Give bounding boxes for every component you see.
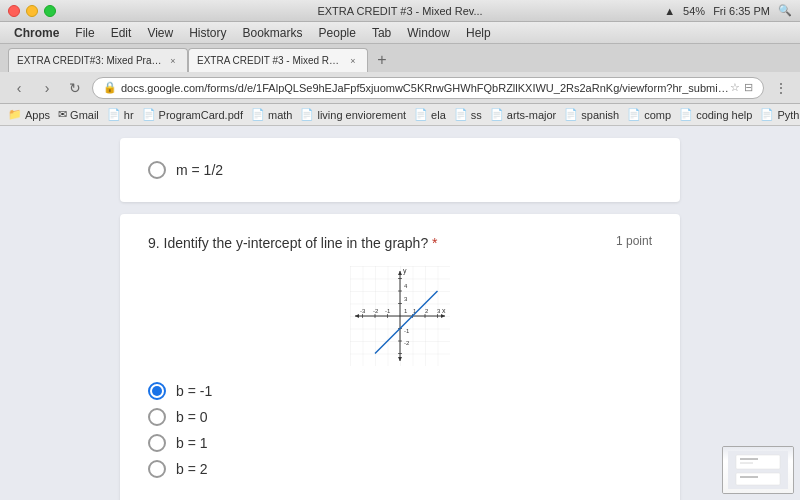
svg-text:-2: -2 [404,340,410,346]
bookmark-ela[interactable]: 📄 ela [414,108,446,121]
tab-1-close[interactable]: × [167,55,179,67]
question9-text: 9. Identify the y-intercept of line in t… [148,234,438,254]
question9-header: 9. Identify the y-intercept of line in t… [148,234,652,254]
refresh-button[interactable]: ↻ [64,77,86,99]
answer9-label4: b = 2 [176,461,208,477]
menu-file[interactable]: File [69,26,100,40]
menu-tab[interactable]: Tab [366,26,397,40]
radio9-1[interactable] [148,382,166,400]
reader-icon[interactable]: ⊟ [744,81,753,94]
forward-button[interactable]: › [36,77,58,99]
mini-thumbnail [722,446,794,494]
mini-thumb-svg [728,451,788,489]
bookmark-ss[interactable]: 📄 ss [454,108,482,121]
bookmark-apps[interactable]: 📁 Apps [8,108,50,121]
tab-1-label: EXTRA CREDIT#3: Mixed Prac... [17,55,162,66]
radio9-2[interactable] [148,408,166,426]
bookmark-pythagorean[interactable]: 📄 Pythagorean Theo... [760,108,800,121]
question9-number: 9. [148,235,160,251]
traffic-lights [8,5,56,17]
answer9-label3: b = 1 [176,435,208,451]
address-bar-row: ‹ › ↻ 🔒 docs.google.com/forms/d/e/1FAlpQ… [0,72,800,104]
battery-level: 54% [683,5,705,17]
star-icon[interactable]: ☆ [730,81,740,94]
question9-card: 9. Identify the y-intercept of line in t… [120,214,680,500]
bookmark-comp[interactable]: 📄 comp [627,108,671,121]
menu-view[interactable]: View [141,26,179,40]
answer9-option2[interactable]: b = 0 [148,408,652,426]
menu-chrome[interactable]: Chrome [8,26,65,40]
titlebar-right: ▲ 54% Fri 6:35 PM 🔍 [664,4,792,17]
lock-icon: 🔒 [103,81,117,94]
address-bar-icons: ☆ ⊟ [730,81,753,94]
extensions-button[interactable]: ⋮ [770,77,792,99]
menu-help[interactable]: Help [460,26,497,40]
menu-bar: Chrome File Edit View History Bookmarks … [0,22,800,44]
svg-text:y: y [403,267,407,275]
svg-text:-2: -2 [373,308,379,314]
tab-2-close[interactable]: × [347,55,359,67]
answer9-label1: b = -1 [176,383,212,399]
maximize-button[interactable] [44,5,56,17]
radio9-3[interactable] [148,434,166,452]
bookmark-coding[interactable]: 📄 coding help [679,108,752,121]
bookmark-math[interactable]: 📄 math [251,108,292,121]
graph9-svg: 4 3 1 -1 -2 -3 -2 -1 1 2 3 x y [350,266,450,366]
bookmark-programcard[interactable]: 📄 ProgramCard.pdf [142,108,243,121]
svg-text:-1: -1 [385,308,391,314]
answer9-option1[interactable]: b = -1 [148,382,652,400]
question9-required: * [432,235,437,251]
close-button[interactable] [8,5,20,17]
new-tab-button[interactable]: + [372,50,392,70]
tab-1[interactable]: EXTRA CREDIT#3: Mixed Prac... × [8,48,188,72]
url-text: docs.google.com/forms/d/e/1FAlpQLSe9hEJa… [121,82,730,94]
menu-window[interactable]: Window [401,26,456,40]
bookmark-living[interactable]: 📄 living enviorement [300,108,406,121]
wifi-icon: ▲ [664,5,675,17]
radio-partial[interactable] [148,161,166,179]
partial-answer-label: m = 1/2 [176,162,223,178]
svg-text:x: x [442,307,446,314]
svg-text:-1: -1 [404,328,410,334]
tab-2-label: EXTRA CREDIT #3 - Mixed Rev... [197,55,342,66]
titlebar: EXTRA CREDIT #3 - Mixed Rev... ▲ 54% Fri… [0,0,800,22]
back-button[interactable]: ‹ [8,77,30,99]
tab-2[interactable]: EXTRA CREDIT #3 - Mixed Rev... × [188,48,368,72]
menu-people[interactable]: People [313,26,362,40]
question9-points: 1 point [616,234,652,248]
bookmark-arts[interactable]: 📄 arts-major [490,108,557,121]
clock: Fri 6:35 PM [713,5,770,17]
mini-thumb-content [723,447,793,493]
question9-body: Identify the y-intercept of line in the … [164,235,433,251]
svg-text:-3: -3 [360,308,366,314]
answer9-option3[interactable]: b = 1 [148,434,652,452]
graph9-container: 4 3 1 -1 -2 -3 -2 -1 1 2 3 x y [148,266,652,366]
bookmarks-bar: 📁 Apps ✉ Gmail 📄 hr 📄 ProgramCard.pdf 📄 … [0,104,800,126]
radio9-1-inner [152,386,162,396]
svg-rect-40 [736,455,780,469]
bookmark-hr[interactable]: 📄 hr [107,108,134,121]
minimize-button[interactable] [26,5,38,17]
window-title: EXTRA CREDIT #3 - Mixed Rev... [317,5,482,17]
svg-rect-41 [736,473,780,485]
bookmark-gmail[interactable]: ✉ Gmail [58,108,99,121]
tab-bar: EXTRA CREDIT#3: Mixed Prac... × EXTRA CR… [0,44,800,72]
page-content: m = 1/2 9. Identify the y-intercept of l… [0,126,800,500]
partial-card: m = 1/2 [120,138,680,202]
radio9-4[interactable] [148,460,166,478]
partial-answer-option[interactable]: m = 1/2 [148,156,652,184]
menu-history[interactable]: History [183,26,232,40]
address-bar[interactable]: 🔒 docs.google.com/forms/d/e/1FAlpQLSe9hE… [92,77,764,99]
answer9-option4[interactable]: b = 2 [148,460,652,478]
menu-bookmarks[interactable]: Bookmarks [237,26,309,40]
menu-edit[interactable]: Edit [105,26,138,40]
bookmark-spanish[interactable]: 📄 spanish [564,108,619,121]
search-icon[interactable]: 🔍 [778,4,792,17]
answer9-label2: b = 0 [176,409,208,425]
